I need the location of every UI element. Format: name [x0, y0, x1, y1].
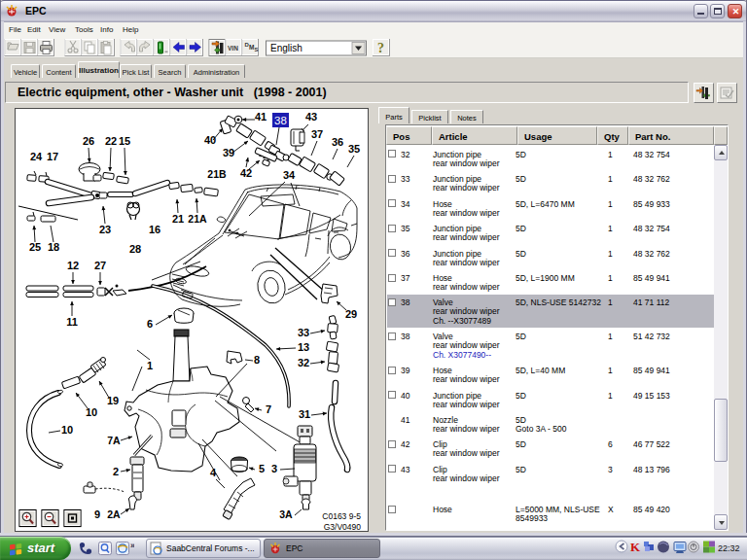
svg-text:35: 35: [348, 143, 360, 155]
svg-text:36: 36: [332, 136, 343, 148]
svg-text:17: 17: [47, 151, 58, 162]
svg-text:28: 28: [129, 243, 141, 255]
svg-text:9: 9: [94, 508, 100, 520]
svg-text:41: 41: [255, 111, 267, 122]
svg-text:27: 27: [94, 260, 106, 271]
svg-text:S: S: [255, 47, 259, 52]
svg-text:C0163 9-5: C0163 9-5: [322, 511, 361, 521]
svg-text:15: 15: [119, 135, 130, 147]
svg-text:VIN: VIN: [228, 45, 238, 52]
svg-text:38: 38: [274, 115, 287, 126]
svg-text:3: 3: [271, 463, 277, 474]
svg-text:7A: 7A: [107, 435, 121, 446]
svg-text:7: 7: [266, 403, 271, 415]
svg-text:6: 6: [147, 318, 153, 330]
svg-text:42: 42: [240, 167, 252, 179]
svg-text:5: 5: [259, 463, 265, 474]
svg-text:18: 18: [48, 241, 59, 253]
svg-text:11: 11: [66, 316, 78, 328]
svg-text:»: »: [130, 541, 134, 550]
svg-text:K: K: [630, 540, 641, 554]
svg-text:10: 10: [61, 424, 73, 436]
svg-text:English: English: [270, 43, 302, 53]
svg-text:24: 24: [30, 151, 43, 162]
svg-text:21B: 21B: [207, 168, 227, 180]
svg-text:22: 22: [105, 135, 117, 147]
svg-text:2A: 2A: [107, 508, 121, 520]
svg-text:43: 43: [305, 111, 317, 122]
svg-text:32: 32: [298, 357, 309, 368]
svg-text:34: 34: [283, 169, 296, 181]
svg-text:26: 26: [83, 135, 94, 147]
svg-text:G3/V0490: G3/V0490: [324, 522, 362, 531]
svg-text:?: ?: [377, 41, 384, 55]
svg-text:16: 16: [149, 224, 160, 235]
svg-text:12: 12: [67, 260, 79, 271]
svg-text:4: 4: [210, 467, 217, 478]
svg-text:40: 40: [204, 134, 216, 146]
svg-text:2: 2: [113, 466, 119, 477]
svg-text:3A: 3A: [279, 508, 293, 520]
svg-text:1: 1: [147, 360, 153, 371]
svg-text:8: 8: [254, 354, 260, 366]
svg-text:13: 13: [298, 341, 309, 353]
svg-text:33: 33: [298, 327, 309, 338]
svg-text:29: 29: [345, 308, 357, 320]
svg-text:25: 25: [29, 241, 41, 253]
svg-text:21A: 21A: [188, 213, 207, 225]
svg-text:31: 31: [299, 408, 310, 420]
svg-text:23: 23: [99, 224, 111, 235]
svg-text:37: 37: [311, 128, 323, 140]
svg-text:21: 21: [172, 213, 184, 225]
